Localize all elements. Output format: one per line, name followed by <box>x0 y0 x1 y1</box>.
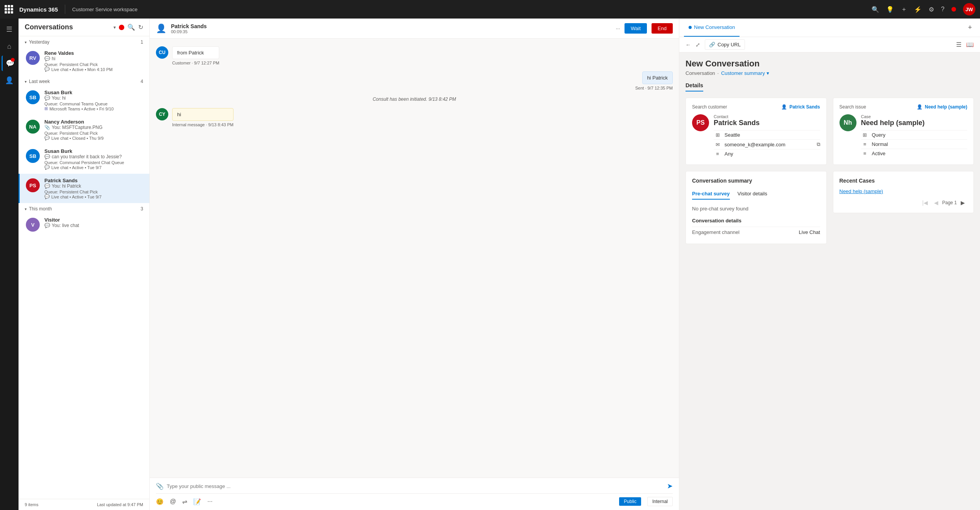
location-icon: ⊞ <box>714 132 721 138</box>
conv-meta: 💬 Live chat • Active • Tue 9/7 <box>44 165 143 170</box>
conv-message: 💬 You: hi Patrick <box>44 183 143 189</box>
group-thismonth-label: This month <box>29 206 52 212</box>
icon-bar-home[interactable]: ⌂ <box>2 39 17 54</box>
conversation-summary-card: Conversation summary Pre-chat survey Vis… <box>685 171 827 244</box>
breadcrumb-active[interactable]: Customer summary ▾ <box>721 70 769 76</box>
nav-icons: 🔍 💡 ＋ ⚡ ⚙ ? JW <box>872 3 975 15</box>
chat-messages: CU from Patrick Customer · 9/7 12:27 PM … <box>150 39 679 478</box>
conv-queue: Queue: Communal Persistent Chat Queue <box>44 160 143 165</box>
mention-icon[interactable]: @ <box>170 498 176 505</box>
internal-button[interactable]: Internal <box>647 497 673 506</box>
conv-name: Rene Valdes <box>44 50 143 56</box>
contact-detail-location: ⊞ Seattle <box>714 130 820 139</box>
contact-info: Contact Patrick Sands ⊞ Seattle ✉ someon… <box>714 114 820 158</box>
avatar: RV <box>26 51 40 65</box>
more-icon[interactable]: ··· <box>207 498 212 505</box>
icon-bar-contacts[interactable]: 👤 <box>2 73 17 88</box>
contact-email: someone_k@example.com <box>724 142 814 147</box>
note-icon[interactable]: 📝 <box>193 498 201 505</box>
engagement-channel-value: Live Chat <box>799 229 820 235</box>
chat-more-btn[interactable]: ··· <box>616 25 620 31</box>
list-view-icon[interactable]: ☰ <box>955 39 963 50</box>
right-panel-subbar: ← ⤢ 🔗 Copy URL ☰ 📖 <box>679 37 980 53</box>
transfer-icon[interactable]: ⇌ <box>182 498 187 505</box>
list-item[interactable]: V Visitor 💬 You: live chat <box>19 213 149 236</box>
group-lastweek-chevron: ▾ <box>25 80 27 84</box>
end-button[interactable]: End <box>652 23 673 34</box>
plus-icon[interactable]: ＋ <box>901 5 907 14</box>
conv-message: 💬 You: live chat <box>44 223 143 228</box>
issue-search-value[interactable]: 👤 Need help (sample) <box>917 104 967 110</box>
case-field1: Query <box>872 132 968 138</box>
conversations-refresh-btn[interactable]: ↻ <box>138 24 143 31</box>
email-copy-icon[interactable]: ⧉ <box>817 141 820 147</box>
case-field2-icon: ≡ <box>861 141 869 147</box>
group-yesterday[interactable]: ▾ Yesterday 1 <box>19 36 149 46</box>
list-item[interactable]: SB Susan Burk 💬 You: hi Queue: Communal … <box>19 86 149 115</box>
chat-input-row: 📎 ➤ <box>156 482 673 490</box>
page-label: Page 1 <box>942 200 957 205</box>
tab-prechat-survey[interactable]: Pre-chat survey <box>692 188 730 200</box>
field3-icon: ≡ <box>714 151 721 157</box>
attach-icon[interactable]: 📎 <box>156 483 164 490</box>
case-field3: Active <box>872 151 968 156</box>
case-info: Case Need help (sample) ⊞ Query ≡ Normal <box>861 114 968 158</box>
list-item[interactable]: PS Patrick Sands 💬 You: hi Patrick Queue… <box>19 174 149 203</box>
list-item[interactable]: RV Rene Valdes 💬 hi Queue: Persistent Ch… <box>19 46 149 76</box>
add-tab-button[interactable]: + <box>965 22 975 33</box>
group-yesterday-count: 1 <box>140 39 143 45</box>
top-navigation: Dynamics 365 Customer Service workspace … <box>0 0 980 19</box>
group-thismonth-count: 3 <box>140 206 143 212</box>
list-item[interactable]: SB Susan Burk 💬 can you transfer it back… <box>19 144 149 174</box>
help-icon[interactable]: ? <box>941 6 944 13</box>
lightbulb-icon[interactable]: 💡 <box>886 6 894 13</box>
settings-icon[interactable]: ⚙ <box>929 6 934 13</box>
avatar[interactable]: JW <box>963 3 975 15</box>
conv-queue: Queue: Persistent Chat Pick <box>44 62 143 67</box>
public-button[interactable]: Public <box>619 497 641 506</box>
prev-page-btn[interactable]: ◀ <box>932 199 941 207</box>
list-item[interactable]: NA Nancy Anderson 📎 You: MSFTCapture.PNG… <box>19 115 149 144</box>
send-icon[interactable]: ➤ <box>667 482 673 490</box>
icon-bar-conversations[interactable]: 💬 <box>2 56 17 71</box>
icon-bar-menu[interactable]: ☰ <box>2 22 17 37</box>
next-page-btn[interactable]: ▶ <box>958 199 967 207</box>
copy-url-button[interactable]: 🔗 Copy URL <box>705 39 745 50</box>
message-content: from Patrick Customer · 9/7 12:27 PM <box>172 46 219 65</box>
group-lastweek-count: 4 <box>140 79 143 84</box>
back-button[interactable]: ← <box>684 40 692 49</box>
conv-details: Susan Burk 💬 can you transfer it back to… <box>44 148 143 170</box>
search-icon[interactable]: 🔍 <box>872 6 879 13</box>
contact-card: PS Contact Patrick Sands ⊞ Seattle ✉ som… <box>692 114 820 158</box>
contact-detail-field3: ≡ Any <box>714 149 820 158</box>
conv-details: Patrick Sands 💬 You: hi Patrick Queue: P… <box>44 178 143 199</box>
customer-search: Search customer 👤 Patrick Sands <box>692 104 820 110</box>
recent-case-link[interactable]: Need help (sample) <box>840 188 968 194</box>
popout-button[interactable]: ⤢ <box>694 40 702 49</box>
tab-visitor-details[interactable]: Visitor details <box>738 188 767 200</box>
conversations-header: Conversations ▾ 🔍 ↻ <box>19 19 149 36</box>
first-page-btn[interactable]: |◀ <box>920 199 930 207</box>
conversations-badge <box>11 58 15 62</box>
conversations-chevron[interactable]: ▾ <box>113 25 116 30</box>
conv-details: Nancy Anderson 📎 You: MSFTCapture.PNG Qu… <box>44 119 143 141</box>
app-name: Dynamics 365 <box>19 6 58 13</box>
message-group: CU from Patrick Customer · 9/7 12:27 PM <box>156 46 673 65</box>
conv-details: Susan Burk 💬 You: hi Queue: Communal Tea… <box>44 90 143 111</box>
customer-search-value[interactable]: 👤 Patrick Sands <box>781 104 820 110</box>
chat-contact-name: Patrick Sands <box>171 23 611 29</box>
emoji-icon[interactable]: 😊 <box>156 498 164 505</box>
tab-new-conversation[interactable]: New Conversation <box>684 19 740 37</box>
app-grid-icon[interactable] <box>5 5 13 14</box>
group-thismonth[interactable]: ▾ This month 3 <box>19 203 149 213</box>
conversations-search-btn[interactable]: 🔍 <box>127 24 135 31</box>
conv-details-engagement: Engagement channel Live Chat <box>692 227 820 237</box>
group-lastweek[interactable]: ▾ Last week 4 <box>19 76 149 86</box>
book-icon[interactable]: 📖 <box>965 39 975 50</box>
conv-details-section: Conversation details Engagement channel … <box>692 218 820 237</box>
filter-icon[interactable]: ⚡ <box>914 6 922 13</box>
chat-input[interactable] <box>167 483 664 489</box>
avatar: CU <box>156 46 168 59</box>
wait-button[interactable]: Wait <box>625 23 647 34</box>
conv-meta: 💬 Live chat • Active • Mon 4:10 PM <box>44 67 143 72</box>
